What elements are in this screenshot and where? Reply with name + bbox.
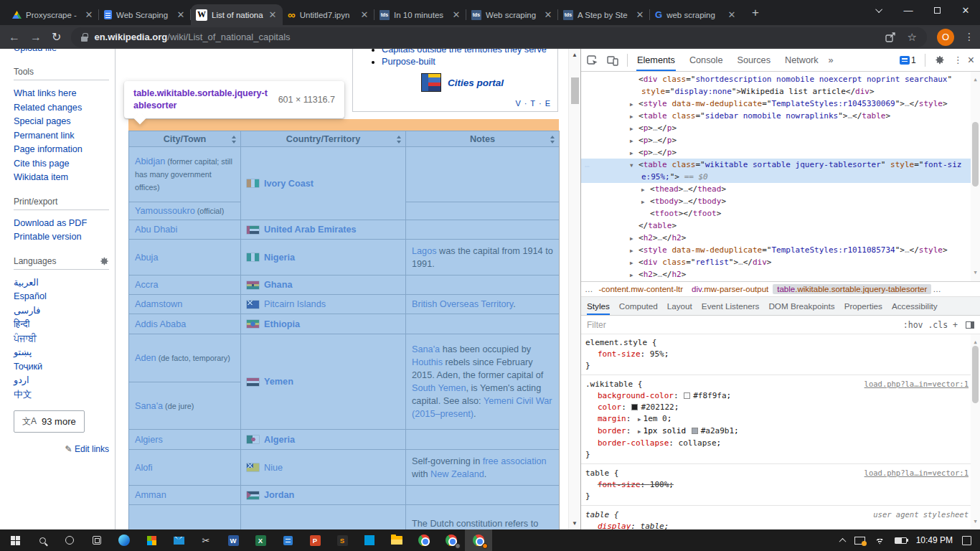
css-rule[interactable]: element.style {font-size: 95%;} xyxy=(581,334,980,375)
browser-tab[interactable]: tdsWeb scraping✕ xyxy=(466,4,558,25)
dom-tree-line[interactable]: ▶<thead>…</thead> xyxy=(581,183,980,195)
browser-tab[interactable]: Gweb scraping✕ xyxy=(650,4,742,25)
taskbar-app-vscode[interactable] xyxy=(356,529,383,551)
taskbar-app-powerpoint[interactable]: P xyxy=(301,529,329,551)
devtools-tab-console[interactable]: Console xyxy=(689,50,724,71)
css-rule[interactable]: table {user agent stylesheetdisplay: tab… xyxy=(581,506,980,529)
navbox-link[interactable]: Capitals outside the territories they se… xyxy=(382,49,547,55)
close-window-button[interactable]: ✕ xyxy=(951,0,980,20)
dom-tree-line[interactable]: </table> xyxy=(581,220,980,232)
browser-tab[interactable]: Proxyscrape -✕ xyxy=(7,4,99,25)
city-link[interactable]: Abidjan xyxy=(135,156,165,166)
back-button[interactable]: ← xyxy=(9,32,20,43)
taskbar-app-mail[interactable] xyxy=(165,529,192,551)
sidebar-item-permanent-link[interactable]: Permanent link xyxy=(14,129,109,143)
taskbar-app-search[interactable] xyxy=(29,529,56,551)
styles-filter-controls[interactable]: :hov .cls + xyxy=(903,320,958,330)
taskbar-app-snipping-tool[interactable]: ✂ xyxy=(192,529,220,551)
language-link[interactable]: اردو xyxy=(14,374,109,388)
sidebar-item-wikidata-item[interactable]: Wikidata item xyxy=(14,171,109,185)
browser-tab[interactable]: Web Scraping✕ xyxy=(99,4,191,25)
dom-tree-line[interactable]: ▶<div class="reflist">…</div> xyxy=(581,256,980,268)
city-link[interactable]: Adamstown xyxy=(135,299,182,309)
language-link[interactable]: ਪੰਜਾਬੀ xyxy=(14,332,109,347)
column-header-country-territory[interactable]: Country/Territory xyxy=(241,131,406,147)
css-property[interactable]: border-collapse: collapse; xyxy=(585,438,969,449)
devtools-tab-elements[interactable]: Elements xyxy=(636,50,676,71)
expand-arrow-icon[interactable]: ▶ xyxy=(641,184,645,196)
css-property[interactable]: margin: ▶1em 0; xyxy=(585,413,969,425)
expand-arrow-icon[interactable]: ▼ xyxy=(630,159,633,171)
tab-close-icon[interactable]: ✕ xyxy=(176,9,186,20)
sidebar-item-page-information[interactable]: Page information xyxy=(14,143,109,157)
expand-arrow-icon[interactable]: ▶ xyxy=(630,269,633,281)
lock-icon[interactable] xyxy=(81,37,88,42)
note-link[interactable]: free association xyxy=(483,456,547,466)
taskbar-app-chrome[interactable] xyxy=(410,529,438,551)
share-icon[interactable] xyxy=(885,32,896,43)
city-link[interactable]: Amman xyxy=(135,490,166,500)
language-link[interactable]: Тоҷикӣ xyxy=(14,360,109,375)
css-rule[interactable]: table {load.php?la…in=vector:1font-size:… xyxy=(581,464,980,506)
note-link[interactable]: British Overseas Territory xyxy=(412,299,513,309)
country-link[interactable]: United Arab Emirates xyxy=(264,223,357,236)
scroll-up-arrow[interactable]: ▲ xyxy=(569,52,580,58)
dom-tree-line[interactable]: ▶<tbody>…</tbody> xyxy=(581,195,980,207)
tab-close-icon[interactable]: ✕ xyxy=(543,9,553,20)
minimize-button[interactable]: — xyxy=(894,0,923,20)
dom-tree-line[interactable]: ▶<h2>…</h2> xyxy=(581,268,980,281)
color-swatch[interactable] xyxy=(631,404,638,410)
css-rule[interactable]: .wikitable {load.php?la…in=vector:1backg… xyxy=(581,375,980,464)
address-bar[interactable]: en.wikipedia.org/wiki/List_of_national_c… xyxy=(71,27,927,47)
dom-tree-line[interactable]: ▶<h2>…</h2> xyxy=(581,232,980,244)
taskbar-app-start[interactable] xyxy=(1,529,29,551)
taskbar-app-explorer[interactable] xyxy=(383,529,410,551)
sort-icon[interactable] xyxy=(550,136,555,143)
tab-close-icon[interactable]: ✕ xyxy=(635,9,645,20)
browser-tab[interactable]: ∞Untitled7.ipyn✕ xyxy=(283,4,374,25)
language-link[interactable]: Español xyxy=(14,290,109,304)
dom-tree-line[interactable]: ▶<p>…</p> xyxy=(581,122,980,134)
shorthand-arrow-icon[interactable]: ▶ xyxy=(638,428,641,435)
tray-wifi-icon[interactable] xyxy=(875,537,885,545)
taskbar-app-edge[interactable] xyxy=(110,529,138,551)
country-link[interactable]: Algeria xyxy=(264,433,295,446)
language-settings-gear-icon[interactable] xyxy=(99,256,109,266)
sidebar-item-special-pages[interactable]: Special pages xyxy=(14,115,109,129)
browser-menu-icon[interactable]: ⋮ xyxy=(964,35,971,39)
console-message-badge[interactable]: 1 xyxy=(900,55,916,65)
country-link[interactable]: Niue xyxy=(264,461,283,474)
upload-file-link[interactable]: Upload file xyxy=(14,49,109,55)
sidebar-item-what-links-here[interactable]: What links here xyxy=(14,87,109,101)
expand-arrow-icon[interactable]: ▶ xyxy=(630,147,633,159)
sidebar-tab-event-listeners[interactable]: Event Listeners xyxy=(702,297,760,315)
elements-tree[interactable]: <div class="shortdescription nomobile no… xyxy=(581,72,980,281)
more-tabs-icon[interactable]: » xyxy=(828,50,834,71)
sidebar-item-cite-this-page[interactable]: Cite this page xyxy=(14,157,109,171)
url-text[interactable]: en.wikipedia.org/wiki/List_of_national_c… xyxy=(94,32,290,42)
expand-arrow-icon[interactable]: ▶ xyxy=(630,257,633,269)
expand-arrow-icon[interactable]: ▶ xyxy=(630,135,633,147)
inspect-element-icon[interactable] xyxy=(587,55,598,66)
taskbar-app-chrome-2[interactable] xyxy=(438,529,465,551)
css-property[interactable]: font-size: 95%; xyxy=(585,349,969,360)
language-link[interactable]: 中文 xyxy=(14,388,109,402)
expand-arrow-icon[interactable]: ▶ xyxy=(630,245,633,257)
rule-origin[interactable]: load.php?la…in=vector:1 xyxy=(859,378,969,390)
computed-sidebar-toggle-icon[interactable] xyxy=(966,321,974,329)
dom-tree-line[interactable]: ▶<table class="sidebar nomobile nowrapli… xyxy=(581,110,980,122)
browser-tab[interactable]: WList of nationa✕ xyxy=(191,4,283,25)
country-link[interactable]: Nigeria xyxy=(264,251,295,264)
tab-close-icon[interactable]: ✕ xyxy=(268,9,278,20)
city-link[interactable]: Aden xyxy=(135,353,156,363)
country-link[interactable]: Yemen xyxy=(264,375,293,388)
taskbar-app-sublime[interactable]: S xyxy=(329,529,356,551)
rule-origin[interactable]: load.php?la…in=vector:1 xyxy=(859,467,969,479)
devtools-tab-sources[interactable]: Sources xyxy=(736,50,771,71)
city-link[interactable]: Abuja xyxy=(135,253,158,263)
taskbar-app-store[interactable] xyxy=(138,529,165,551)
sidebar-tab-layout[interactable]: Layout xyxy=(667,297,692,315)
sort-icon[interactable] xyxy=(396,136,402,143)
breadcrumb-item[interactable]: … xyxy=(583,284,595,294)
shorthand-arrow-icon[interactable]: ▶ xyxy=(638,416,641,423)
